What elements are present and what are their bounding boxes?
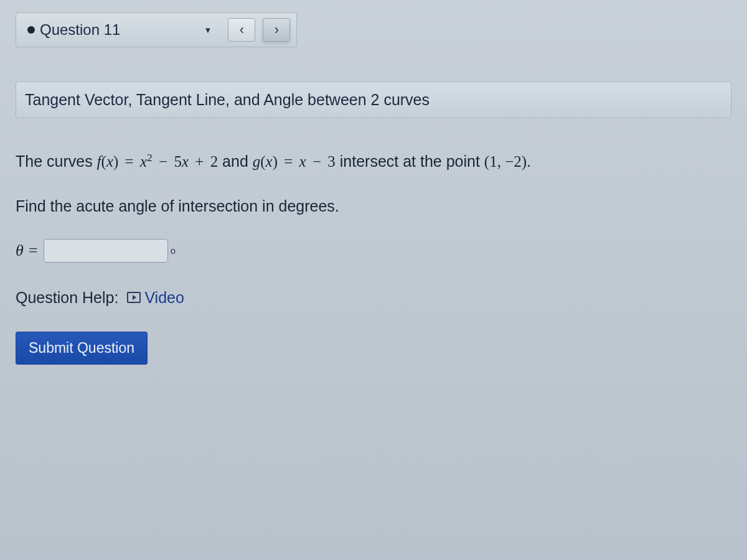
question-selector[interactable]: Question 11 ▼ — [22, 20, 220, 40]
minus-2: − — [306, 153, 328, 170]
question-help-row: Question Help: Video — [16, 289, 731, 307]
g-var-arg: x — [266, 153, 273, 170]
exponent-2: 2 — [147, 151, 153, 164]
open-paren-2: ( — [260, 153, 265, 170]
topic-title-text: Tangent Vector, Tangent Line, and Angle … — [25, 91, 430, 108]
chevron-right-icon: › — [275, 22, 279, 38]
f-name: f — [97, 153, 101, 170]
problem-statement: The curves f(x) = x2 − 5x + 2 and g(x) =… — [16, 149, 731, 174]
theta-symbol: θ — [16, 241, 24, 259]
plus-1: + — [189, 153, 210, 170]
problem-intro: The curves — [16, 152, 97, 170]
g-name: g — [253, 153, 261, 170]
theta-label: θ = — [16, 241, 39, 260]
answer-row: θ = o — [16, 239, 731, 263]
video-link-text: Video — [144, 289, 184, 307]
equals-2: = — [278, 153, 299, 170]
instruction-text: Find the acute angle of intersection in … — [16, 197, 339, 215]
chevron-down-icon: ▼ — [200, 26, 215, 35]
question-number-label: Question 11 — [40, 21, 120, 39]
coef-5: 5 — [174, 153, 182, 170]
equals-1: = — [118, 153, 140, 170]
intersection-point: (1, −2) — [484, 153, 527, 170]
x-term: x — [182, 153, 189, 170]
chevron-left-icon: ‹ — [240, 22, 244, 38]
submit-button-label: Submit Question — [29, 340, 134, 356]
topic-title: Tangent Vector, Tangent Line, and Angle … — [16, 82, 731, 118]
question-nav-bar: Question 11 ▼ ‹ › — [16, 12, 297, 47]
g-x: x — [299, 153, 306, 170]
minus-1: − — [153, 153, 174, 170]
x-squared-base: x — [140, 153, 147, 170]
close-paren-2: ) — [273, 153, 278, 170]
const-2: 2 — [210, 153, 218, 170]
prev-question-button[interactable]: ‹ — [228, 18, 255, 42]
const-3: 3 — [327, 153, 336, 170]
period: . — [527, 152, 531, 170]
angle-input[interactable] — [44, 239, 168, 263]
next-question-button[interactable]: › — [263, 18, 290, 42]
help-label: Question Help: — [16, 289, 118, 307]
open-paren: ( — [101, 153, 106, 170]
video-icon — [127, 292, 141, 303]
f-var: x — [106, 153, 113, 170]
submit-question-button[interactable]: Submit Question — [16, 332, 148, 365]
bullet-icon — [27, 26, 35, 34]
and-text: and — [218, 152, 253, 170]
intersect-text: intersect at the point — [336, 152, 484, 170]
video-help-link[interactable]: Video — [127, 289, 184, 307]
degree-symbol: o — [171, 245, 176, 256]
instruction: Find the acute angle of intersection in … — [16, 197, 731, 215]
theta-equals: = — [24, 241, 39, 259]
